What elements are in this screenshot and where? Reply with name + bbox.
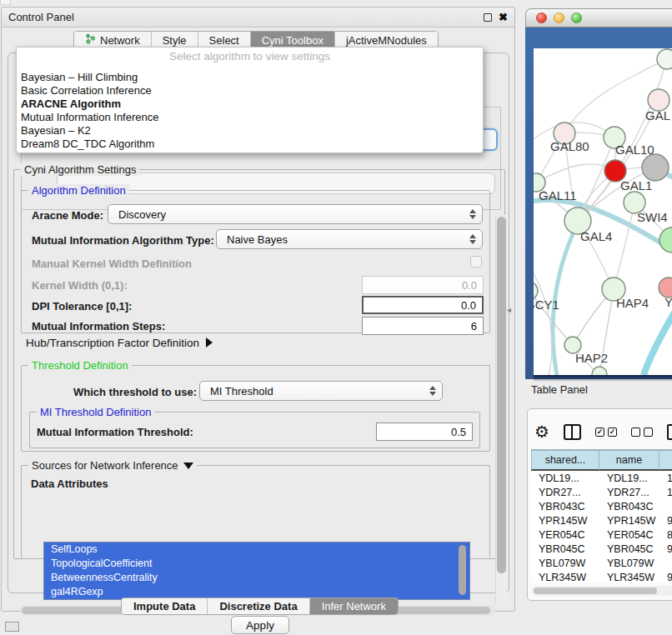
algorithm-option[interactable]: Dream8 DC_TDC Algorithm (17, 138, 483, 151)
page-icon[interactable] (667, 424, 672, 440)
close-panel-icon[interactable]: ✖ (499, 13, 508, 22)
table-cell (659, 499, 672, 513)
tab-cyni-toolbox[interactable]: Cyni Toolbox (251, 32, 335, 48)
table-cell: 8. (659, 528, 672, 542)
table-row[interactable]: YER054CYER054C8. (531, 528, 672, 542)
network-node[interactable] (659, 228, 672, 252)
table-cell: YBR043C (531, 499, 599, 513)
mi-steps-label: Mutual Information Steps: (32, 320, 165, 332)
column-header-a[interactable]: A (659, 450, 672, 471)
table-cell: 9. (659, 513, 672, 528)
network-node[interactable] (642, 154, 669, 181)
column-header-name[interactable]: name (599, 450, 659, 471)
table-row[interactable]: YDR27...YDR27...12 (531, 485, 672, 499)
splitter-collapse-icon[interactable]: ◂ (507, 305, 511, 314)
network-canvas[interactable]: GALGAL80GAL10GAL1GAL11SWI4GAL4GCY1HAP4YH… (534, 48, 672, 375)
tab-style[interactable]: Style (152, 32, 198, 48)
table-cell: YPR145W (599, 513, 659, 528)
network-node[interactable] (657, 49, 672, 69)
table-cell: YER054C (531, 528, 599, 542)
apply-button[interactable]: Apply (231, 616, 289, 634)
app-root: Control Panel ✖ NetworkStyleSelectCyni T… (0, 0, 672, 635)
bottom-tab-impute-data[interactable]: Impute Data (122, 598, 208, 614)
split-pane-icon[interactable] (564, 424, 581, 440)
table-cell: YBR043C (599, 499, 659, 513)
tab-network[interactable]: Network (74, 32, 152, 48)
table-cell: YER054C (599, 528, 659, 542)
node-label: HAP4 (616, 296, 649, 310)
mi-type-combo[interactable]: Naive Bayes (216, 229, 483, 249)
tab-label: Style (163, 34, 187, 47)
cyni-algorithm-settings-title: Cyni Algorithm Settings (21, 163, 139, 176)
close-window-icon[interactable] (536, 12, 547, 23)
table-row[interactable]: YPR145WYPR145W9. (531, 513, 672, 528)
table-cell: YPR145W (531, 513, 599, 528)
table-row[interactable]: YLR345WYLR345W9. (531, 570, 672, 582)
table-cell: YDL19... (599, 471, 659, 485)
table-cell: YDL19... (531, 471, 599, 485)
attribute-item[interactable]: TopologicalCoefficient (44, 557, 469, 571)
node-label: GAL80 (550, 139, 589, 153)
attribute-item[interactable]: BetweennessCentrality (44, 571, 469, 585)
threshold-definition-group: Threshold Definition Which threshold to … (21, 365, 490, 452)
table-row[interactable]: YBR045CYBR045C9. (531, 542, 672, 556)
frame-shadow (534, 375, 672, 382)
mi-steps-field[interactable] (362, 317, 484, 335)
table-cell: 9. (659, 542, 672, 556)
minimize-window-icon[interactable] (554, 12, 564, 23)
algorithm-option[interactable]: Bayesian – Hill Climbing (17, 71, 483, 84)
collapsed-arrow-icon (206, 338, 213, 348)
float-panel-icon[interactable] (484, 13, 492, 22)
dpi-tolerance-field[interactable] (362, 296, 484, 314)
table-row[interactable]: YBR043CYBR043C (531, 499, 672, 513)
bottom-tab-discretize-data[interactable]: Discretize Data (208, 598, 309, 614)
mi-threshold-field[interactable] (376, 422, 473, 441)
algorithm-option[interactable]: Bayesian – K2 (17, 124, 483, 138)
table-cell: YDR27... (599, 485, 659, 499)
attribute-item[interactable]: SelfLoops (44, 542, 469, 557)
table-cell: YDR27... (531, 485, 599, 499)
which-threshold-combo[interactable]: MI Threshold (199, 381, 443, 401)
stepper-arrows-icon (429, 386, 436, 396)
table-hscrollbar-thumb[interactable] (534, 588, 657, 594)
tab-jactivemnodules[interactable]: jActiveMNodules (335, 32, 438, 48)
aracne-mode-combo[interactable]: Discovery (108, 204, 483, 224)
table-row[interactable]: YBL079WYBL079W (531, 556, 672, 570)
table-cell (659, 556, 672, 570)
sources-title-text: Sources for Network Inference (32, 459, 178, 472)
table-cell: YBR045C (599, 542, 659, 556)
attributes-list-scrollbar[interactable] (459, 545, 466, 595)
data-attributes-list[interactable]: SelfLoopsTopologicalCoefficientBetweenne… (43, 542, 470, 600)
table-header: shared...nameA (531, 449, 672, 471)
bottom-tab-infer-network[interactable]: Infer Network (310, 598, 398, 614)
corner-grip[interactable] (5, 622, 19, 632)
table-panel-title: Table Panel (531, 383, 588, 396)
tab-label: Cyni Toolbox (262, 34, 323, 47)
network-node[interactable] (592, 367, 607, 375)
tab-select[interactable]: Select (198, 32, 251, 48)
algorithm-definition-group: Algorithm Definition Aracne Mode: Discov… (21, 190, 490, 333)
node-label: SWI4 (637, 210, 668, 224)
table-toolbar: ⚙ ✓✓ (534, 418, 672, 446)
stepper-arrows-icon (469, 209, 476, 219)
kernel-width-field[interactable] (362, 276, 484, 294)
algorithm-dropdown-placeholder: Select algorithm to view settings (17, 50, 483, 62)
hub-definition-toggle[interactable]: Hub/Transcription Factor Definition (26, 337, 213, 349)
zoom-window-icon[interactable] (571, 12, 582, 23)
threshold-definition-title: Threshold Definition (28, 359, 132, 372)
table-cell: YLR345W (531, 570, 599, 582)
deselect-all-icon[interactable] (631, 428, 653, 437)
settings-scrollbar-thumb[interactable] (497, 217, 506, 573)
network-selected-frame: GALGAL80GAL10GAL1GAL11SWI4GAL4GCY1HAP4YH… (525, 28, 672, 379)
gear-icon[interactable]: ⚙ (534, 423, 549, 440)
sources-group-title[interactable]: Sources for Network Inference (28, 459, 197, 472)
select-all-icon[interactable]: ✓✓ (595, 428, 617, 437)
algorithm-option[interactable]: Mutual Information Inference (17, 111, 483, 124)
network-view-window: GALGAL80GAL10GAL1GAL11SWI4GAL4GCY1HAP4YH… (525, 7, 672, 379)
algorithm-definition-title: Algorithm Definition (28, 184, 129, 197)
algorithm-option[interactable]: ARACNE Algorithm (17, 98, 483, 111)
algorithm-option[interactable]: Basic Correlation Inference (17, 84, 483, 98)
column-header-shared-[interactable]: shared... (531, 450, 599, 471)
table-row[interactable]: YDL19...YDL19...13 (531, 471, 672, 485)
manual-kernel-checkbox[interactable] (470, 256, 482, 268)
